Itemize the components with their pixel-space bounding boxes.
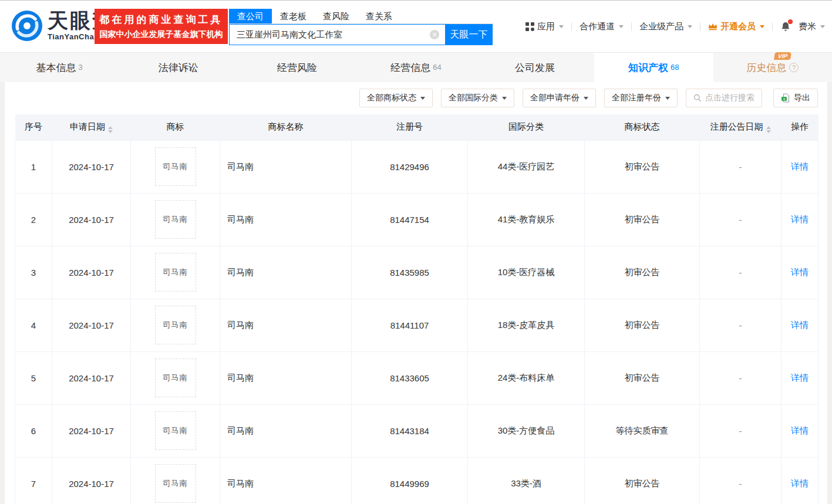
menu-apps-label: 应用 — [537, 21, 555, 32]
intl-class: 18类-皮革皮具 — [468, 299, 585, 351]
table-search-button[interactable]: 点击进行搜索 — [686, 89, 762, 107]
row-index: 6 — [15, 404, 52, 457]
sort-icon[interactable] — [766, 126, 771, 133]
help-circle-icon[interactable]: ? — [789, 63, 799, 72]
search-tab-company[interactable]: 查公司 — [229, 9, 272, 23]
trademark-status: 等待实质审查 — [585, 404, 700, 457]
announce-date: - — [700, 299, 782, 351]
notification-bell-icon[interactable] — [780, 21, 791, 32]
detail-link[interactable]: 详情 — [791, 267, 809, 277]
tab-count: 68 — [671, 63, 679, 72]
menu-divider — [571, 22, 572, 31]
tab-operating-risk[interactable]: 经营风险 — [238, 53, 356, 82]
chevron-down-icon — [820, 25, 825, 28]
tab-count: 64 — [433, 63, 441, 72]
menu-item-open-vip[interactable]: 开通会员 — [708, 21, 764, 32]
registration-number: 81435985 — [352, 246, 468, 299]
col-header-action: 操作 — [782, 114, 818, 140]
trademark-image[interactable]: 司马南 — [155, 306, 196, 344]
trademark-image-text: 司马南 — [163, 267, 188, 278]
tab-label: 经营风险 — [277, 61, 317, 75]
intl-class: 10类-医疗器械 — [468, 246, 585, 299]
filter-label: 全部申请年份 — [530, 93, 580, 103]
filter-register-year[interactable]: 全部注册年份 — [604, 89, 678, 107]
filter-apply-year[interactable]: 全部申请年份 — [523, 89, 596, 107]
chevron-down-icon — [584, 97, 588, 100]
intl-class: 41类-教育娱乐 — [468, 193, 585, 246]
tab-business-info[interactable]: 经营信息 64 — [356, 53, 475, 82]
row-index: 7 — [15, 457, 52, 504]
filter-trademark-status[interactable]: 全部商标状态 — [359, 89, 433, 107]
tab-label: 历史信息 — [746, 61, 786, 75]
tab-basic-info[interactable]: 基本信息 3 — [0, 53, 119, 82]
username-label: 费米 — [799, 21, 816, 32]
chevron-down-icon — [420, 97, 425, 100]
tab-label: 法律诉讼 — [159, 61, 198, 75]
export-button[interactable]: x 导出 — [773, 89, 818, 107]
detail-link[interactable]: 详情 — [791, 478, 809, 488]
tab-history-info[interactable]: 历史信息 VIP ? — [713, 53, 832, 82]
trademark-status: 初审公告 — [585, 299, 700, 351]
chevron-down-icon — [688, 25, 692, 28]
filter-intl-class[interactable]: 全部国际分类 — [441, 89, 514, 107]
tab-legal-proceedings[interactable]: 法律诉讼 — [119, 53, 237, 82]
trademark-image[interactable]: 司马南 — [155, 253, 196, 292]
trademark-table: 序号 申请日期 商标 商标名称 注册号 国际分类 商标状态 注册公告日期 操作 … — [15, 114, 818, 504]
trademark-status: 初审公告 — [585, 193, 700, 246]
table-row: 4 2024-10-17 司马南 司马南 81441107 18类-皮革皮具 初… — [15, 299, 818, 351]
filter-toolbar: 全部商标状态 全部国际分类 全部申请年份 全部注册年份 点击进行搜索 — [5, 82, 827, 107]
apply-date: 2024-10-17 — [52, 404, 131, 457]
menu-item-user[interactable]: 费米 — [799, 21, 825, 32]
col-header-apply-date[interactable]: 申请日期 — [52, 114, 131, 140]
crown-icon — [708, 22, 718, 31]
trademark-image[interactable]: 司马南 — [155, 358, 196, 397]
table-row: 3 2024-10-17 司马南 司马南 81435985 10类-医疗器械 初… — [15, 246, 818, 299]
trademark-image[interactable]: 司马南 — [155, 147, 196, 186]
trademark-name: 司马南 — [220, 351, 352, 404]
announce-date: - — [700, 140, 782, 193]
detail-link[interactable]: 详情 — [791, 320, 809, 330]
menu-item-partner-channel[interactable]: 合作通道 — [580, 21, 624, 32]
announce-date: - — [700, 457, 782, 504]
tab-intellectual-property[interactable]: 知识产权 68 — [594, 53, 713, 82]
clear-input-icon[interactable]: ✕ — [430, 30, 439, 39]
menu-item-apps[interactable]: 应用 — [526, 21, 564, 32]
registration-number: 81433605 — [352, 351, 468, 404]
row-index: 2 — [15, 193, 52, 246]
trademark-image[interactable]: 司马南 — [155, 411, 196, 450]
apply-date: 2024-10-17 — [52, 140, 131, 193]
search-tab-boss[interactable]: 查老板 — [272, 9, 315, 23]
table-header-row: 序号 申请日期 商标 商标名称 注册号 国际分类 商标状态 注册公告日期 操作 — [15, 114, 818, 140]
chevron-down-icon — [619, 25, 624, 28]
menu-item-enterprise-products[interactable]: 企业级产品 — [639, 21, 692, 32]
detail-link[interactable]: 详情 — [791, 425, 809, 435]
search-button[interactable]: 天眼一下 — [445, 24, 493, 45]
slogan-line1: 都在用的商业查询工具 — [100, 13, 223, 26]
search-tab-relation[interactable]: 查关系 — [358, 9, 400, 23]
trademark-image[interactable]: 司马南 — [155, 200, 196, 239]
table-row: 2 2024-10-17 司马南 司马南 81447154 41类-教育娱乐 初… — [15, 193, 818, 246]
trademark-image-text: 司马南 — [163, 373, 188, 383]
search-tab-risk[interactable]: 查风险 — [315, 9, 358, 23]
trademark-image[interactable]: 司马南 — [155, 464, 196, 503]
menu-partner-label: 合作通道 — [580, 21, 615, 32]
main-content: 全部商标状态 全部国际分类 全部申请年份 全部注册年份 点击进行搜索 — [5, 82, 827, 504]
detail-link[interactable]: 详情 — [791, 373, 809, 383]
table-row: 5 2024-10-17 司马南 司马南 81433605 24类-布料床单 初… — [15, 351, 818, 404]
col-header-announce-date[interactable]: 注册公告日期 — [700, 114, 782, 140]
table-row: 7 2024-10-17 司马南 司马南 81449969 33类-酒 初审公告… — [15, 457, 818, 504]
apply-date: 2024-10-17 — [52, 193, 131, 246]
apply-date: 2024-10-17 — [52, 246, 131, 299]
detail-link[interactable]: 详情 — [791, 214, 809, 224]
header-menu: 应用 合作通道 企业级产品 开通会员 — [526, 1, 825, 53]
section-tabs: 基本信息 3 法律诉讼 经营风险 经营信息 64 公司发展 知识产权 68 历史… — [0, 52, 832, 82]
trademark-name: 司马南 — [220, 404, 352, 457]
top-header: 天眼查 TianYanCha.com 都在用的商业查询工具 国家中小企业发展子基… — [0, 0, 832, 52]
search-input[interactable] — [229, 24, 445, 45]
vip-badge: VIP — [774, 52, 791, 60]
detail-link[interactable]: 详情 — [791, 161, 809, 171]
sort-icon[interactable] — [108, 126, 113, 133]
apply-date: 2024-10-17 — [52, 299, 131, 351]
tab-company-development[interactable]: 公司发展 — [476, 53, 594, 82]
intl-class: 24类-布料床单 — [468, 351, 585, 404]
